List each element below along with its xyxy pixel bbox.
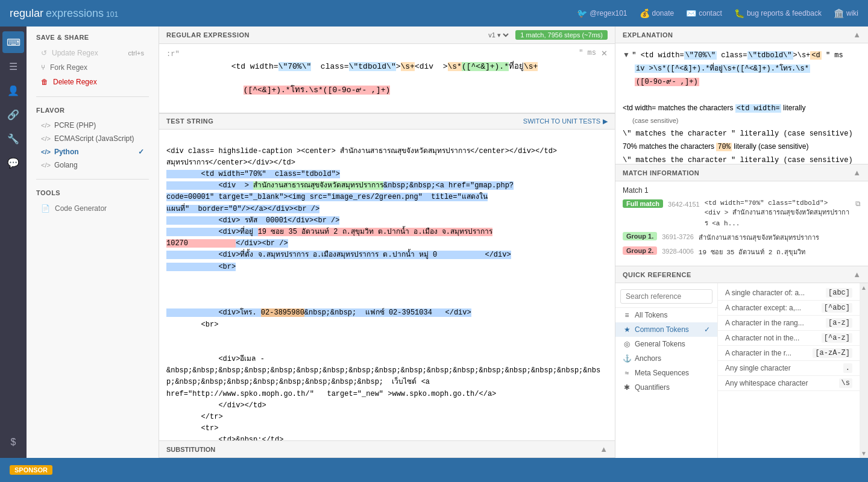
- qref-desc-7: Any whitespace character: [725, 379, 834, 387]
- regex-hl-70: \"70%\": [278, 62, 312, 71]
- left-panel: SAVE & SHARE ↺ Update Regex ctrl+s ⑂ For…: [27, 27, 159, 458]
- update-shortcut: ctrl+s: [128, 49, 144, 57]
- flavor-python-tag: </>: [41, 148, 51, 155]
- qref-desc-2: A character except: a,...: [725, 304, 817, 312]
- exp-item-case1: (case sensitive): [623, 116, 861, 127]
- exp-toggle-1[interactable]: ▼: [623, 51, 630, 59]
- qref-cat-general-label: General Tokens: [635, 340, 685, 348]
- regex-flags: " ms: [579, 49, 596, 57]
- fork-regex-button[interactable]: ⑂ Fork Regex: [36, 60, 149, 75]
- qref-collapse-button[interactable]: ▲: [853, 270, 861, 279]
- exp-td-text: <td width= matches the characters: [623, 104, 735, 112]
- substitution-header: SUBSTITUTION ▲: [159, 441, 615, 458]
- logo-expressions: expressions: [46, 7, 104, 20]
- match-label-group1: Group 1.: [623, 232, 657, 240]
- qref-scroll-bar[interactable]: ▲ ▼: [860, 283, 868, 458]
- switch-unit-tests-button[interactable]: SWITCH TO UNIT TESTS ▶: [523, 117, 608, 125]
- qref-cat-meta[interactable]: ≈ Meta Sequences: [615, 366, 717, 380]
- python-check-icon: ✓: [138, 148, 144, 156]
- regex-text-div2: <div >: [415, 62, 448, 71]
- scroll-down-icon[interactable]: ▼: [861, 450, 867, 457]
- header-nav: 🐦@regex101 💰donate ✉️contact 🐛bug report…: [577, 8, 858, 18]
- anchors-icon: ⚓: [623, 354, 631, 363]
- flavor-pcre[interactable]: </> PCRE (PHP): [36, 119, 149, 132]
- delete-regex-label: Delete Regex: [53, 78, 97, 86]
- all-tokens-icon: ≡: [623, 311, 631, 319]
- sidebar-icon-user[interactable]: 👤: [2, 80, 24, 101]
- regex-hl-tdbold: \"tdbold\": [349, 62, 396, 71]
- wiki-label: wiki: [846, 9, 858, 17]
- tools-title: TOOLS: [36, 189, 149, 196]
- fork-regex-label: Fork Regex: [50, 63, 87, 72]
- sidebar-icon-regex[interactable]: ⌨: [2, 31, 24, 53]
- match-info-collapse-button[interactable]: ▲: [853, 168, 861, 177]
- qref-cat-common[interactable]: ★ Common Tokens ✓: [615, 322, 717, 337]
- flavor-ecma-tag: </>: [41, 135, 51, 142]
- regex-prefix: :r": [166, 49, 180, 58]
- explanation-collapse-button[interactable]: ▲: [853, 30, 861, 39]
- regex-text-literal1: <td width=: [231, 62, 278, 71]
- regex-input-area: :r" <td width=\"70%\" class=\"tdbold\">\…: [159, 44, 615, 113]
- exp-code-3: ([0-9o-๙- ,]+): [635, 78, 699, 86]
- code-generator-button[interactable]: 📄 Code Generator: [36, 201, 149, 216]
- regex-header: REGULAR EXPRESSION v1 ▾ 1 match, 7956 st…: [159, 27, 615, 44]
- test-line-1: <div class= highslide-caption ><center> …: [166, 147, 557, 167]
- donate-link[interactable]: 💰donate: [640, 8, 675, 18]
- qref-desc-3: A character in the rang...: [725, 319, 821, 327]
- flavor-golang[interactable]: </> Golang: [36, 158, 149, 172]
- qref-search-input[interactable]: [620, 289, 712, 304]
- sidebar-icon-list[interactable]: ☰: [2, 55, 24, 77]
- match-row-group2: Group 2. 3928-4006 19 ซอย 35 อัตวนนท์ 2 …: [623, 246, 861, 257]
- twitter-link[interactable]: 🐦@regex101: [577, 8, 627, 18]
- donate-label: donate: [652, 9, 675, 17]
- sidebar-icon-wrench[interactable]: 🔧: [2, 128, 24, 149]
- quantifiers-icon: ✱: [623, 383, 631, 392]
- qref-cat-anchors[interactable]: ⚓ Anchors: [615, 351, 717, 366]
- sidebar-icon-chat[interactable]: 💬: [2, 152, 24, 174]
- substitution-collapse-button[interactable]: ▲: [600, 445, 608, 454]
- match-nav: Match 1: [623, 186, 861, 195]
- exp-item-1: ▼ " <td width=\"70%\" class=\"tdbold\">\…: [623, 49, 861, 61]
- qref-cat-general[interactable]: ◎ General Tokens: [615, 337, 717, 351]
- match-information-title: MATCH INFORMATION: [623, 169, 699, 177]
- delete-icon: 🗑: [41, 78, 48, 86]
- version-select[interactable]: v1 ▾: [486, 31, 511, 39]
- quick-reference-section: QUICK REFERENCE ▲ ≡ All Tokens ★ Common …: [615, 266, 868, 458]
- match-row-full: Full match 3642-4151 <td width="70%" cla…: [623, 199, 861, 228]
- explanation-header: EXPLANATION ▲: [615, 27, 868, 43]
- logo-regular: regular: [10, 7, 43, 20]
- match-label-group2: Group 2.: [623, 246, 657, 255]
- twitter-label: @regex101: [590, 9, 627, 17]
- contact-link[interactable]: ✉️contact: [686, 8, 722, 18]
- qref-cat-quantifiers[interactable]: ✱ Quantifiers: [615, 380, 717, 395]
- bug-reports-link[interactable]: 🐛bug reports & feedback: [734, 8, 822, 18]
- match-copy-full-icon[interactable]: ⧉: [855, 199, 861, 208]
- flavor-ecmascript[interactable]: </> ECMAScript (JavaScript): [36, 132, 149, 145]
- sidebar-icon-dollar[interactable]: $: [2, 431, 24, 453]
- update-regex-button[interactable]: ↺ Update Regex ctrl+s: [36, 46, 149, 60]
- exp-td-code: <td width=: [735, 104, 781, 113]
- regex-pattern[interactable]: <td width=\"70%\" class=\"tdbold\">\s+<d…: [184, 49, 574, 108]
- scroll-up-icon[interactable]: ▲: [861, 284, 867, 291]
- meta-sequences-icon: ≈: [623, 369, 631, 377]
- main-container: ⌨ ☰ 👤 🔗 🔧 💬 $ SAVE & SHARE ↺ Update Rege…: [0, 27, 868, 458]
- regex-text-class: class=: [311, 62, 348, 71]
- qref-cat-all[interactable]: ≡ All Tokens: [615, 308, 717, 322]
- sidebar-icon-link[interactable]: 🔗: [2, 104, 24, 125]
- quick-reference-header: QUICK REFERENCE ▲: [615, 266, 868, 283]
- logo-101: 101: [106, 10, 118, 19]
- update-icon: ↺: [41, 49, 47, 57]
- explanation-section: EXPLANATION ▲ ▼ " <td width=\"70%\" clas…: [615, 27, 868, 164]
- bug-reports-label: bug reports & feedback: [747, 9, 822, 17]
- flavor-python[interactable]: </> Python ✓: [36, 145, 149, 158]
- wiki-link[interactable]: 🏛️wiki: [834, 8, 858, 18]
- test-section-title: TEST STRING: [166, 117, 213, 125]
- match-val-group1: สำนักงานสาธารณสุขจังหวัดสมุทรปราการ: [699, 232, 861, 243]
- exp-item-quote2: \" matches the character " literally (ca…: [623, 154, 861, 164]
- flavor-ecma-label: ECMAScript (JavaScript): [54, 134, 134, 143]
- qref-entry-5: A character in the r... [a-zA-Z]: [718, 346, 860, 361]
- delete-regex-button[interactable]: 🗑 Delete Regex: [36, 75, 149, 89]
- test-content[interactable]: <div class= highslide-caption ><center> …: [159, 130, 615, 441]
- logo: regular expressions 101: [10, 7, 118, 20]
- regex-close-icon: ✕: [601, 49, 608, 58]
